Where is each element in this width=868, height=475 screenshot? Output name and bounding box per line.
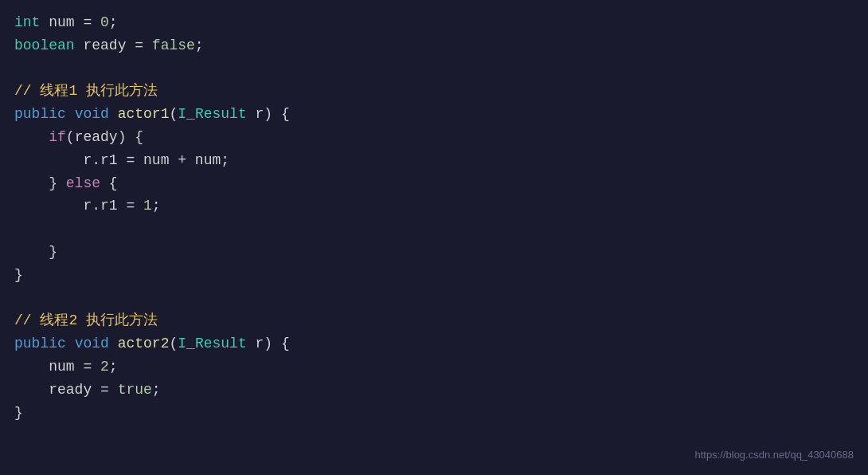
code-token: { [100,175,118,191]
code-token: num = [40,14,100,30]
code-token: 0 [100,14,109,30]
code-line: r.r1 = 1; [14,194,854,218]
code-line: // 线程2 执行此方法 [14,309,854,332]
code-token [66,336,75,351]
code-token: r.r1 = num + num; [14,152,229,168]
code-token: void [75,106,109,122]
code-token: r) { [247,106,290,122]
watermark: https://blog.csdn.net/qq_43040688 [695,447,854,464]
code-line: } [14,241,854,264]
code-token: int [14,14,40,30]
code-line [14,57,854,80]
code-token: false [152,37,195,53]
code-token: public [14,106,66,122]
code-line [14,287,854,310]
code-token: else [66,175,100,191]
code-line: if(ready) { [14,126,854,149]
code-token [14,129,49,145]
code-token: I_Result [178,336,246,351]
code-token: // 线程2 执行此方法 [14,312,158,328]
code-token: r.r1 = [14,198,143,214]
code-line: boolean ready = false; [14,34,854,57]
code-line: } [14,264,854,287]
code-line: // 线程1 执行此方法 [14,80,854,103]
code-token: num = [14,359,100,375]
code-token: if [49,129,66,145]
code-token: } [14,267,23,283]
code-token: ready = [14,382,118,398]
code-token: (ready) { [66,129,143,145]
code-token [66,106,75,122]
code-token: actor1 [118,106,170,122]
code-token: void [75,336,109,351]
code-content: int num = 0;boolean ready = false; // 线程… [14,11,854,424]
code-line: } [14,402,854,425]
code-token: ; [109,359,118,375]
code-token: public [14,336,66,351]
code-line: public void actor2(I_Result r) { [14,332,854,355]
code-token: r) { [247,336,290,351]
code-token [109,106,118,122]
code-line: int num = 0; [14,11,854,34]
code-token: ; [152,382,161,398]
code-token: 2 [100,359,109,375]
code-line: r.r1 = num + num; [14,149,854,172]
code-token: ( [169,336,178,351]
code-token: ; [152,198,161,214]
code-token: ; [195,37,204,53]
code-token: actor2 [118,336,170,351]
code-token: 1 [143,198,152,214]
code-line: public void actor1(I_Result r) { [14,103,854,126]
code-token: ready = [75,37,152,53]
code-token: I_Result [178,106,246,122]
code-token: boolean [14,37,75,53]
code-token: ( [169,106,178,122]
code-line: ready = true; [14,379,854,402]
code-editor: int num = 0;boolean ready = false; // 线程… [0,0,868,475]
code-token: } [14,405,23,421]
code-token: ; [109,14,118,30]
code-token: true [118,382,152,398]
code-line [14,218,854,241]
code-token [109,336,118,351]
code-line: num = 2; [14,355,854,379]
code-token: } [14,244,57,260]
code-token: // 线程1 执行此方法 [14,83,158,99]
code-token: } [14,175,66,191]
code-line: } else { [14,172,854,195]
